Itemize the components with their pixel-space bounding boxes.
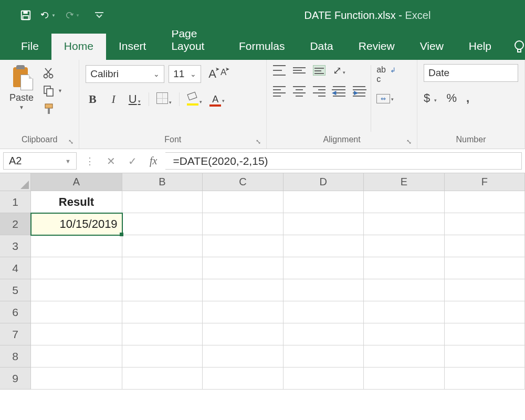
cell[interactable] <box>284 345 364 368</box>
col-header-a[interactable]: A <box>31 173 122 191</box>
col-header-b[interactable]: B <box>122 173 203 191</box>
font-name-combo[interactable]: Calibri ⌄ <box>86 65 164 83</box>
cell[interactable] <box>122 301 203 323</box>
align-right-icon[interactable] <box>313 86 326 97</box>
percent-format-button[interactable]: % <box>446 91 457 105</box>
cell[interactable] <box>284 235 364 257</box>
cell[interactable] <box>364 368 444 390</box>
row-header-7[interactable]: 7 <box>0 323 31 345</box>
cell-a5[interactable] <box>31 279 122 301</box>
bold-button[interactable]: B <box>86 92 99 106</box>
chevron-down-icon[interactable]: ⌄ <box>190 70 196 78</box>
row-header-2[interactable]: 2 <box>0 213 31 235</box>
tab-file[interactable]: File <box>15 34 51 60</box>
italic-button[interactable]: I <box>107 92 120 106</box>
cell[interactable] <box>445 301 525 323</box>
align-middle-icon[interactable] <box>293 65 306 76</box>
cell[interactable] <box>203 257 283 279</box>
qat-customize-icon[interactable] <box>93 9 105 21</box>
increase-font-icon[interactable]: A➤ <box>208 67 216 81</box>
row-header-3[interactable]: 3 <box>0 235 31 257</box>
cell-a7[interactable] <box>31 323 122 345</box>
cell-f2[interactable] <box>445 213 525 235</box>
orientation-button[interactable]: ⤢▾ <box>333 64 345 77</box>
cell-a8[interactable] <box>31 345 122 368</box>
cell-a6[interactable] <box>31 301 122 323</box>
underline-button[interactable]: U▾ <box>128 92 141 106</box>
cell[interactable] <box>284 323 364 345</box>
cell-a1[interactable]: Result <box>31 191 122 213</box>
cut-button[interactable] <box>43 67 62 79</box>
col-header-d[interactable]: D <box>284 173 364 191</box>
cell-a4[interactable] <box>31 257 122 279</box>
cell-a9[interactable] <box>31 368 122 390</box>
cell-b2[interactable] <box>122 213 203 235</box>
cell-d1[interactable] <box>284 191 364 213</box>
merge-center-button[interactable]: ⇔▾ <box>376 93 394 103</box>
decrease-font-icon[interactable]: A➤ <box>220 67 226 81</box>
borders-button[interactable]: ▾ <box>156 92 172 106</box>
cell[interactable] <box>284 279 364 301</box>
format-painter-button[interactable] <box>43 103 62 116</box>
cell[interactable] <box>445 345 525 368</box>
tab-data[interactable]: Data <box>297 34 345 60</box>
cell[interactable] <box>122 323 203 345</box>
tab-home[interactable]: Home <box>51 34 106 60</box>
spreadsheet-grid[interactable]: A B C D E F 1 Result 2 10/15/2019 3 4 5 … <box>0 173 525 390</box>
cell[interactable] <box>122 368 203 390</box>
formula-input[interactable]: =DATE(2020,-2,15) <box>165 152 522 170</box>
save-icon[interactable] <box>20 9 32 21</box>
cell[interactable] <box>203 368 283 390</box>
cell[interactable] <box>364 279 444 301</box>
name-box[interactable]: A2 ▼ <box>3 152 77 170</box>
cell-a3[interactable] <box>31 235 122 257</box>
cell-c1[interactable] <box>203 191 283 213</box>
cell[interactable] <box>364 235 444 257</box>
font-dialog-launcher-icon[interactable]: ⤡ <box>256 138 263 145</box>
font-size-combo[interactable]: 11 ⌄ <box>169 65 201 83</box>
namebox-dropdown-icon[interactable]: ▼ <box>65 158 71 164</box>
align-top-icon[interactable] <box>273 65 286 76</box>
cell[interactable] <box>364 323 444 345</box>
cell[interactable] <box>445 368 525 390</box>
fill-dropdown-icon[interactable]: ▾ <box>200 99 202 104</box>
row-header-4[interactable]: 4 <box>0 257 31 279</box>
copy-button[interactable]: ▼ <box>43 85 62 97</box>
row-header-9[interactable]: 9 <box>0 368 31 390</box>
undo-dropdown-icon[interactable]: ▼ <box>51 13 56 18</box>
tab-insert[interactable]: Insert <box>106 34 159 60</box>
align-bottom-icon[interactable] <box>313 65 326 76</box>
row-header-8[interactable]: 8 <box>0 345 31 368</box>
cell[interactable] <box>203 279 283 301</box>
cell-c2[interactable] <box>203 213 283 235</box>
comma-format-button[interactable]: , <box>466 91 469 105</box>
tab-review[interactable]: Review <box>346 34 407 60</box>
accounting-format-button[interactable]: $ ▾ <box>424 91 437 105</box>
number-format-combo[interactable]: Date <box>424 64 518 82</box>
copy-dropdown-icon[interactable]: ▼ <box>58 88 62 93</box>
row-header-5[interactable]: 5 <box>0 279 31 301</box>
cell-a2[interactable]: 10/15/2019 <box>31 213 122 235</box>
tab-formulas[interactable]: Formulas <box>226 34 298 60</box>
enter-formula-icon[interactable]: ✓ <box>128 155 137 167</box>
row-header-1[interactable]: 1 <box>0 191 31 213</box>
expand-formula-icon[interactable]: ⋮ <box>85 155 94 167</box>
underline-dropdown-icon[interactable]: ▾ <box>138 99 141 104</box>
undo-button[interactable]: ▼ <box>41 9 56 21</box>
cell[interactable] <box>203 323 283 345</box>
row-header-6[interactable]: 6 <box>0 301 31 323</box>
cell[interactable] <box>284 368 364 390</box>
cell[interactable] <box>122 279 203 301</box>
cell[interactable] <box>203 301 283 323</box>
cell[interactable] <box>445 235 525 257</box>
fill-color-button[interactable]: ▾ <box>187 93 202 106</box>
cell-e1[interactable] <box>364 191 444 213</box>
cell-b1[interactable] <box>122 191 203 213</box>
align-center-icon[interactable] <box>293 86 306 97</box>
cell[interactable] <box>364 345 444 368</box>
borders-dropdown-icon[interactable]: ▾ <box>169 100 172 105</box>
cell[interactable] <box>445 323 525 345</box>
cell[interactable] <box>203 345 283 368</box>
col-header-e[interactable]: E <box>364 173 444 191</box>
cell-f1[interactable] <box>445 191 525 213</box>
